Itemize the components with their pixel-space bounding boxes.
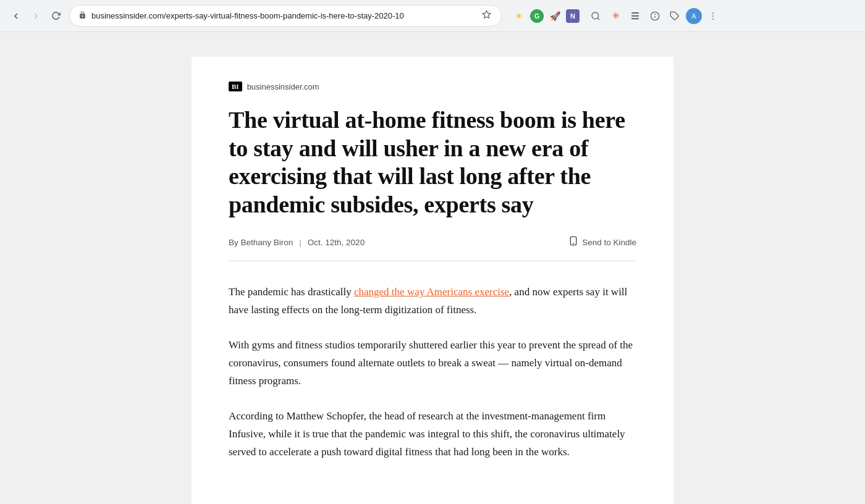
svg-marker-0 [483, 10, 491, 18]
source-line: BI businessinsider.com [229, 82, 636, 91]
forward-button[interactable] [27, 7, 44, 25]
svg-point-11 [712, 15, 714, 17]
extension-rocket[interactable]: 🚀 [547, 9, 562, 23]
svg-rect-4 [631, 15, 639, 16]
author-date: By Bethany Biron | Oct. 12th, 2020 [229, 238, 365, 247]
send-to-kindle-label: Send to Kindle [582, 238, 636, 247]
article-meta: By Bethany Biron | Oct. 12th, 2020 Send … [229, 236, 636, 261]
paragraph-2: With gyms and fitness studios temporaril… [229, 337, 636, 390]
article-link-exercise[interactable]: changed the way Americans exercise [354, 286, 509, 298]
svg-line-2 [597, 18, 599, 20]
browser-top-bar: businessinsider.com/experts-say-virtual-… [0, 0, 865, 32]
more-menu-button[interactable] [704, 7, 722, 25]
extension-snowflake[interactable]: ✳ [607, 7, 624, 25]
meta-separator: | [299, 238, 302, 247]
address-text: businessinsider.com/experts-say-virtual-… [91, 11, 476, 20]
browser-chrome: businessinsider.com/experts-say-virtual-… [0, 0, 865, 32]
extension-sun[interactable]: ✳ [512, 9, 526, 23]
page-wrapper: BI businessinsider.com The virtual at-ho… [0, 32, 865, 504]
address-bar[interactable]: businessinsider.com/experts-say-virtual-… [69, 5, 502, 27]
puzzle-button[interactable] [666, 7, 683, 25]
svg-point-1 [592, 12, 599, 19]
article-container: BI businessinsider.com The virtual at-ho… [192, 57, 673, 504]
svg-rect-3 [631, 12, 639, 14]
article-link-exercise-text: changed the way Americans exercise [354, 286, 509, 298]
browser-menu-icons: ✳ A [587, 7, 722, 25]
svg-point-10 [712, 12, 714, 14]
lock-icon [78, 11, 86, 21]
browser-extensions: ✳ G 🚀 N [512, 9, 580, 23]
user-avatar[interactable]: A [686, 8, 702, 24]
svg-point-12 [712, 18, 714, 19]
paragraph-1: The pandemic has drastically changed the… [229, 284, 636, 319]
article-title: The virtual at-home fitness boom is here… [229, 106, 636, 219]
author: By Bethany Biron [229, 238, 293, 247]
svg-rect-5 [631, 18, 639, 19]
kindle-icon [568, 236, 578, 248]
source-domain: businessinsider.com [247, 82, 319, 91]
article-body: The pandemic has drastically changed the… [229, 284, 636, 461]
search-button[interactable] [587, 7, 604, 25]
paragraph-1-before-link: The pandemic has drastically [229, 286, 354, 298]
info-button[interactable] [646, 7, 664, 25]
extension-note[interactable]: N [566, 9, 580, 23]
bookmark-button[interactable] [481, 9, 492, 23]
article-date: Oct. 12th, 2020 [308, 238, 365, 247]
bi-logo: BI [229, 82, 242, 91]
back-button[interactable] [7, 7, 25, 25]
paragraph-3: According to Matthew Schopfer, the head … [229, 408, 636, 461]
extension-grammarly[interactable]: G [530, 9, 544, 23]
reload-button[interactable] [47, 7, 64, 25]
nav-buttons [7, 7, 64, 25]
send-to-kindle-button[interactable]: Send to Kindle [568, 236, 636, 248]
extension-list[interactable] [627, 7, 644, 25]
